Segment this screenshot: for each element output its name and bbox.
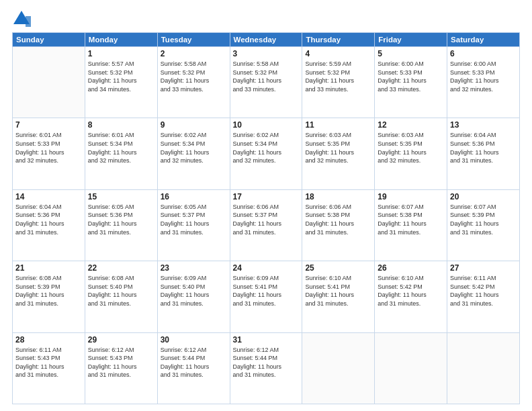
calendar-cell: 31Sunrise: 6:12 AM Sunset: 5:44 PM Dayli…	[230, 332, 302, 404]
day-number: 23	[161, 263, 227, 273]
calendar-cell: 10Sunrise: 6:02 AM Sunset: 5:34 PM Dayli…	[230, 118, 302, 189]
day-info: Sunrise: 6:08 AM Sunset: 5:40 PM Dayligh…	[88, 274, 154, 308]
day-info: Sunrise: 6:00 AM Sunset: 5:33 PM Dayligh…	[378, 60, 444, 93]
day-info: Sunrise: 6:01 AM Sunset: 5:34 PM Dayligh…	[88, 131, 154, 165]
weekday-header-wednesday: Wednesday	[230, 33, 302, 47]
day-info: Sunrise: 6:00 AM Sunset: 5:33 PM Dayligh…	[450, 60, 517, 93]
day-number: 17	[233, 192, 300, 201]
day-number: 5	[378, 49, 444, 58]
calendar-cell: 16Sunrise: 6:05 AM Sunset: 5:37 PM Dayli…	[157, 189, 230, 261]
calendar-cell: 24Sunrise: 6:09 AM Sunset: 5:41 PM Dayli…	[230, 261, 302, 332]
week-row-3: 21Sunrise: 6:08 AM Sunset: 5:39 PM Dayli…	[13, 261, 520, 332]
weekday-header-monday: Monday	[85, 33, 157, 47]
day-info: Sunrise: 6:06 AM Sunset: 5:37 PM Dayligh…	[233, 203, 300, 236]
calendar-cell: 6Sunrise: 6:00 AM Sunset: 5:33 PM Daylig…	[447, 47, 520, 118]
calendar-cell: 3Sunrise: 5:58 AM Sunset: 5:32 PM Daylig…	[230, 47, 302, 118]
calendar-cell: 29Sunrise: 6:12 AM Sunset: 5:43 PM Dayli…	[85, 332, 157, 404]
logo-icon	[12, 9, 31, 28]
calendar-cell: 13Sunrise: 6:04 AM Sunset: 5:36 PM Dayli…	[447, 118, 520, 189]
weekday-header-sunday: Sunday	[13, 33, 85, 47]
weekday-header-thursday: Thursday	[302, 33, 375, 47]
day-number: 9	[161, 120, 227, 130]
day-number: 28	[15, 335, 82, 345]
weekday-header-tuesday: Tuesday	[157, 33, 230, 47]
day-info: Sunrise: 6:03 AM Sunset: 5:35 PM Dayligh…	[305, 131, 371, 165]
day-number: 29	[88, 335, 154, 345]
day-number: 27	[450, 263, 517, 273]
day-number: 15	[88, 192, 154, 201]
calendar-cell: 20Sunrise: 6:07 AM Sunset: 5:39 PM Dayli…	[447, 189, 520, 261]
day-info: Sunrise: 6:03 AM Sunset: 5:35 PM Dayligh…	[378, 131, 444, 165]
calendar-cell: 7Sunrise: 6:01 AM Sunset: 5:33 PM Daylig…	[13, 118, 85, 189]
calendar-cell: 4Sunrise: 5:59 AM Sunset: 5:32 PM Daylig…	[302, 47, 375, 118]
day-number: 10	[233, 120, 300, 130]
calendar-cell: 22Sunrise: 6:08 AM Sunset: 5:40 PM Dayli…	[85, 261, 157, 332]
day-info: Sunrise: 6:04 AM Sunset: 5:36 PM Dayligh…	[15, 203, 82, 236]
day-info: Sunrise: 6:12 AM Sunset: 5:44 PM Dayligh…	[161, 346, 227, 379]
calendar-cell: 2Sunrise: 5:58 AM Sunset: 5:32 PM Daylig…	[157, 47, 230, 118]
calendar-cell: 5Sunrise: 6:00 AM Sunset: 5:33 PM Daylig…	[375, 47, 447, 118]
calendar-cell: 15Sunrise: 6:05 AM Sunset: 5:36 PM Dayli…	[85, 189, 157, 261]
day-number: 7	[15, 120, 82, 130]
day-number: 25	[305, 263, 371, 273]
day-info: Sunrise: 6:09 AM Sunset: 5:41 PM Dayligh…	[233, 274, 300, 308]
calendar-cell	[302, 332, 375, 404]
day-info: Sunrise: 6:01 AM Sunset: 5:33 PM Dayligh…	[15, 131, 82, 165]
week-row-1: 7Sunrise: 6:01 AM Sunset: 5:33 PM Daylig…	[13, 118, 520, 189]
day-info: Sunrise: 6:10 AM Sunset: 5:41 PM Dayligh…	[305, 274, 371, 308]
calendar-cell: 27Sunrise: 6:11 AM Sunset: 5:42 PM Dayli…	[447, 261, 520, 332]
day-number: 16	[161, 192, 227, 201]
day-number: 8	[88, 120, 154, 130]
calendar-cell	[447, 332, 520, 404]
day-number: 20	[450, 192, 517, 201]
day-info: Sunrise: 6:10 AM Sunset: 5:42 PM Dayligh…	[378, 274, 444, 308]
day-number: 4	[305, 49, 371, 58]
calendar-cell: 9Sunrise: 6:02 AM Sunset: 5:34 PM Daylig…	[157, 118, 230, 189]
page: SundayMondayTuesdayWednesdayThursdayFrid…	[0, 0, 532, 411]
day-number: 30	[161, 335, 227, 345]
day-number: 18	[305, 192, 371, 201]
day-info: Sunrise: 6:05 AM Sunset: 5:36 PM Dayligh…	[88, 203, 154, 236]
calendar-cell	[375, 332, 447, 404]
header	[12, 9, 520, 28]
day-info: Sunrise: 5:57 AM Sunset: 5:32 PM Dayligh…	[88, 60, 154, 93]
day-number: 1	[88, 49, 154, 58]
day-info: Sunrise: 5:58 AM Sunset: 5:32 PM Dayligh…	[233, 60, 300, 93]
logo	[12, 9, 33, 28]
day-number: 14	[15, 192, 82, 201]
day-info: Sunrise: 6:08 AM Sunset: 5:39 PM Dayligh…	[15, 274, 82, 308]
day-number: 13	[450, 120, 517, 130]
calendar-table: SundayMondayTuesdayWednesdayThursdayFrid…	[12, 32, 520, 404]
day-number: 2	[161, 49, 227, 58]
day-info: Sunrise: 6:12 AM Sunset: 5:44 PM Dayligh…	[233, 346, 300, 379]
day-number: 11	[305, 120, 371, 130]
calendar-cell: 18Sunrise: 6:06 AM Sunset: 5:38 PM Dayli…	[302, 189, 375, 261]
calendar-cell: 30Sunrise: 6:12 AM Sunset: 5:44 PM Dayli…	[157, 332, 230, 404]
calendar-cell: 21Sunrise: 6:08 AM Sunset: 5:39 PM Dayli…	[13, 261, 85, 332]
day-info: Sunrise: 6:07 AM Sunset: 5:39 PM Dayligh…	[450, 203, 517, 236]
week-row-4: 28Sunrise: 6:11 AM Sunset: 5:43 PM Dayli…	[13, 332, 520, 404]
weekday-header-saturday: Saturday	[447, 33, 520, 47]
day-number: 31	[233, 335, 300, 345]
calendar-cell: 8Sunrise: 6:01 AM Sunset: 5:34 PM Daylig…	[85, 118, 157, 189]
calendar-cell: 19Sunrise: 6:07 AM Sunset: 5:38 PM Dayli…	[375, 189, 447, 261]
day-info: Sunrise: 6:02 AM Sunset: 5:34 PM Dayligh…	[233, 131, 300, 165]
day-info: Sunrise: 5:58 AM Sunset: 5:32 PM Dayligh…	[161, 60, 227, 93]
day-number: 21	[15, 263, 82, 273]
weekday-header-row: SundayMondayTuesdayWednesdayThursdayFrid…	[13, 33, 520, 47]
day-info: Sunrise: 6:02 AM Sunset: 5:34 PM Dayligh…	[161, 131, 227, 165]
day-number: 26	[378, 263, 444, 273]
day-number: 24	[233, 263, 300, 273]
day-info: Sunrise: 6:07 AM Sunset: 5:38 PM Dayligh…	[378, 203, 444, 236]
week-row-2: 14Sunrise: 6:04 AM Sunset: 5:36 PM Dayli…	[13, 189, 520, 261]
day-info: Sunrise: 6:12 AM Sunset: 5:43 PM Dayligh…	[88, 346, 154, 379]
day-number: 12	[378, 120, 444, 130]
day-info: Sunrise: 6:09 AM Sunset: 5:40 PM Dayligh…	[161, 274, 227, 308]
day-info: Sunrise: 6:06 AM Sunset: 5:38 PM Dayligh…	[305, 203, 371, 236]
calendar-cell: 1Sunrise: 5:57 AM Sunset: 5:32 PM Daylig…	[85, 47, 157, 118]
calendar-cell: 25Sunrise: 6:10 AM Sunset: 5:41 PM Dayli…	[302, 261, 375, 332]
calendar-cell: 26Sunrise: 6:10 AM Sunset: 5:42 PM Dayli…	[375, 261, 447, 332]
calendar-cell	[13, 47, 85, 118]
calendar-cell: 23Sunrise: 6:09 AM Sunset: 5:40 PM Dayli…	[157, 261, 230, 332]
day-number: 3	[233, 49, 300, 58]
